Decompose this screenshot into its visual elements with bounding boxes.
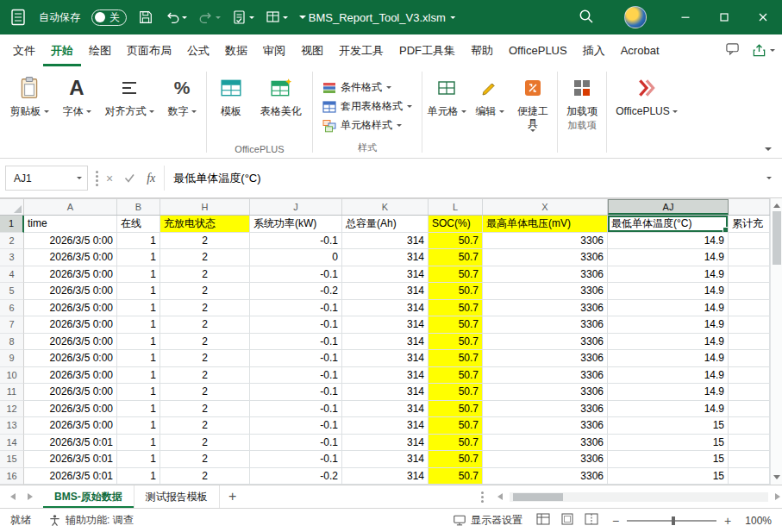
cell-AJ10[interactable]: 14.9	[608, 367, 729, 385]
addins-button[interactable]: 加载项	[560, 66, 604, 117]
enter-button[interactable]	[124, 172, 135, 185]
cell-X11[interactable]: 3306	[483, 384, 608, 401]
zoom-slider-handle[interactable]	[672, 516, 675, 525]
cell-X2[interactable]: 3306	[483, 233, 608, 250]
cell-J3[interactable]: 0	[250, 249, 342, 266]
ribbon-tab-审阅[interactable]: 审阅	[255, 34, 293, 66]
row-header-9[interactable]: 9	[0, 350, 24, 367]
cell-B12[interactable]: 1	[117, 401, 160, 418]
cell-next7[interactable]	[729, 316, 770, 334]
cell-K13[interactable]: 314	[342, 417, 429, 435]
hscroll-left-arrow[interactable]	[497, 493, 503, 500]
editing-button[interactable]: 编辑	[468, 66, 511, 158]
quick-access-doc-check-button[interactable]	[232, 9, 254, 25]
cell-J12[interactable]: -0.1	[250, 401, 342, 418]
cell-X3[interactable]: 3306	[483, 249, 608, 266]
cell-A7[interactable]: 2026/3/5 0:00	[24, 316, 117, 334]
select-all-corner[interactable]	[0, 199, 24, 215]
cell-J15[interactable]: -0.1	[250, 451, 342, 468]
ribbon-tab-OfficePLUS[interactable]: OfficePLUS	[501, 34, 575, 66]
ribbon-tab-插入[interactable]: 插入	[575, 34, 613, 66]
cell-next13[interactable]	[729, 417, 770, 435]
column-header-K[interactable]: K	[342, 199, 429, 215]
quick-access-customize-chevron[interactable]	[299, 16, 306, 19]
cell-X5[interactable]: 3306	[483, 283, 608, 300]
ribbon-tab-页面布局[interactable]: 页面布局	[119, 34, 179, 66]
cell-A9[interactable]: 2026/3/5 0:00	[24, 350, 117, 367]
cell-H15[interactable]: 2	[160, 451, 250, 468]
cell-L16[interactable]: 50.7	[429, 468, 483, 485]
display-settings-button[interactable]: 显示器设置	[453, 513, 522, 528]
cell-K2[interactable]: 314	[342, 233, 429, 250]
row-header-12[interactable]: 12	[0, 401, 24, 418]
cell-H7[interactable]: 2	[160, 316, 250, 334]
cell-B15[interactable]: 1	[117, 451, 160, 468]
expand-formula-bar-chevron[interactable]	[766, 177, 772, 179]
cell-next4[interactable]	[729, 266, 770, 284]
cell-H14[interactable]: 2	[160, 435, 250, 452]
cell-next12[interactable]	[729, 401, 770, 418]
cell-A13[interactable]: 2026/3/5 0:00	[24, 417, 117, 435]
cell-X6[interactable]: 3306	[483, 300, 608, 317]
cell-K6[interactable]: 314	[342, 300, 429, 317]
hscroll-right-arrow[interactable]	[775, 493, 780, 500]
cell-H12[interactable]: 2	[160, 401, 250, 418]
name-box[interactable]: AJ1	[5, 166, 88, 191]
maximize-button[interactable]	[704, 0, 743, 34]
font-button[interactable]: A 字体	[55, 66, 98, 158]
cell-L4[interactable]: 50.7	[429, 266, 483, 284]
cell-K3[interactable]: 314	[342, 249, 429, 266]
ribbon-tab-帮助[interactable]: 帮助	[463, 34, 501, 66]
cell-A2[interactable]: 2026/3/5 0:00	[24, 233, 117, 250]
cell-L2[interactable]: 50.7	[429, 233, 483, 250]
cell-AJ15[interactable]: 15	[608, 451, 729, 468]
cell-K15[interactable]: 314	[342, 451, 429, 468]
cell-X9[interactable]: 3306	[483, 350, 608, 367]
cell-X1[interactable]: 最高单体电压(mV)	[483, 216, 608, 233]
row-header-1[interactable]: 1	[0, 216, 24, 233]
page-layout-view-button[interactable]	[560, 513, 574, 528]
cell-X14[interactable]: 3306	[483, 435, 608, 452]
cell-AJ1[interactable]: 最低单体温度(°C)	[608, 216, 729, 233]
cell-next2[interactable]	[729, 233, 770, 250]
formula-bar-drag-handle[interactable]	[96, 171, 98, 186]
row-header-3[interactable]: 3	[0, 249, 24, 266]
collapse-ribbon-chevron[interactable]	[765, 147, 772, 151]
ribbon-tab-Acrobat[interactable]: Acrobat	[613, 34, 667, 66]
minimize-button[interactable]	[666, 0, 704, 34]
cell-H11[interactable]: 2	[160, 384, 250, 401]
cell-H8[interactable]: 2	[160, 334, 250, 351]
cell-B9[interactable]: 1	[117, 350, 160, 367]
number-button[interactable]: % 数字	[160, 66, 203, 158]
ribbon-tab-视图[interactable]: 视图	[293, 34, 331, 66]
cell-B6[interactable]: 1	[117, 300, 160, 317]
cell-L3[interactable]: 50.7	[429, 249, 483, 266]
cells-button[interactable]: 单元格	[425, 66, 468, 158]
document-title[interactable]: BMS_Report_Tool_V3.xlsm	[309, 11, 456, 24]
column-header-X[interactable]: X	[483, 199, 608, 215]
ribbon-tab-开始[interactable]: 开始	[43, 34, 81, 66]
cell-AJ6[interactable]: 14.9	[608, 300, 729, 317]
cell-B4[interactable]: 1	[117, 266, 160, 284]
scroll-down-arrow[interactable]	[773, 475, 780, 479]
row-header-2[interactable]: 2	[0, 233, 24, 250]
cell-J8[interactable]: -0.1	[250, 334, 342, 351]
cell-K7[interactable]: 314	[342, 316, 429, 334]
search-button[interactable]	[578, 8, 595, 28]
cell-A12[interactable]: 2026/3/5 0:00	[24, 401, 117, 418]
row-header-8[interactable]: 8	[0, 334, 24, 351]
cell-B14[interactable]: 1	[117, 435, 160, 452]
row-header-6[interactable]: 6	[0, 300, 24, 317]
zoom-level[interactable]: 100%	[745, 515, 772, 527]
row-header-7[interactable]: 7	[0, 316, 24, 334]
cell-H10[interactable]: 2	[160, 367, 250, 385]
excel-app-icon[interactable]	[9, 8, 28, 27]
cell-J16[interactable]: -0.2	[250, 468, 342, 485]
vertical-scrollbar[interactable]	[770, 198, 782, 485]
cell-A14[interactable]: 2026/3/5 0:01	[24, 435, 117, 452]
scroll-up-arrow[interactable]	[773, 203, 780, 208]
cell-J11[interactable]: -0.1	[250, 384, 342, 401]
table-beautify-button[interactable]: 表格美化	[253, 66, 310, 142]
cell-B16[interactable]: 1	[117, 468, 160, 485]
redo-button[interactable]	[198, 9, 221, 25]
